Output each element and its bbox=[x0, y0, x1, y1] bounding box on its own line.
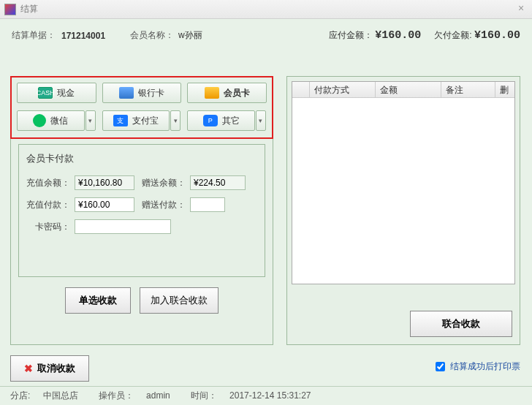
gift-pay-label: 赠送付款： bbox=[139, 199, 186, 211]
pay-other-button[interactable]: P 其它 bbox=[187, 110, 255, 131]
wechat-icon bbox=[33, 114, 46, 127]
alipay-dropdown[interactable] bbox=[170, 110, 180, 131]
grid-col-blank bbox=[292, 82, 310, 97]
pay-alipay-button[interactable]: 支 支付宝 bbox=[102, 110, 170, 131]
card-pwd-field[interactable] bbox=[75, 219, 171, 234]
store-label: 分店: bbox=[10, 390, 30, 401]
cash-icon: CASH bbox=[38, 87, 53, 99]
statusbar: 分店: 中国总店 操作员： admin 时间： 2017-12-14 15:31… bbox=[0, 386, 532, 405]
other-dropdown[interactable] bbox=[256, 110, 266, 131]
recharge-balance-label: 充值余额： bbox=[26, 177, 70, 189]
pay-bank-button[interactable]: 银行卡 bbox=[102, 83, 182, 103]
pay-wechat-label: 微信 bbox=[50, 115, 68, 127]
member-name: w孙丽 bbox=[178, 29, 202, 42]
owed-label: 欠付金额: bbox=[434, 30, 471, 40]
gift-pay-field[interactable] bbox=[190, 197, 225, 212]
grid-header: 付款方式 金额 备注 删 bbox=[292, 82, 514, 98]
time-value: 2017-12-14 15:31:27 bbox=[229, 390, 311, 401]
titlebar: 结算 × bbox=[0, 0, 532, 19]
member-pay-form: 会员卡付款 充值余额： 赠送余额： 充值付款： 赠送付款： 卡密码： bbox=[18, 144, 265, 277]
bank-icon bbox=[119, 87, 134, 99]
pay-cash-label: 现金 bbox=[57, 87, 75, 99]
combine-collect-button[interactable]: 联合收款 bbox=[410, 311, 512, 337]
gift-balance-field bbox=[190, 175, 246, 190]
print-checkbox-input[interactable] bbox=[436, 362, 445, 371]
gift-balance-label: 赠送余额： bbox=[139, 177, 186, 189]
print-label: 结算成功后打印票 bbox=[450, 360, 520, 373]
recharge-pay-field[interactable] bbox=[75, 197, 134, 212]
operator-label: 操作员： bbox=[99, 390, 134, 401]
cancel-label: 取消收款 bbox=[37, 362, 75, 375]
pay-member-label: 会员卡 bbox=[224, 87, 250, 99]
header: 结算单据： 171214001 会员名称： w孙丽 应付金额： ¥160.00 … bbox=[0, 19, 532, 49]
wechat-dropdown[interactable] bbox=[86, 110, 96, 131]
store-value: 中国总店 bbox=[43, 390, 78, 401]
app-icon bbox=[4, 4, 16, 15]
due-amount: ¥160.00 bbox=[375, 29, 421, 42]
payments-grid[interactable]: 付款方式 金额 备注 删 bbox=[292, 81, 515, 284]
window-title: 结算 bbox=[20, 3, 38, 15]
print-after-checkbox[interactable]: 结算成功后打印票 bbox=[433, 360, 520, 374]
grid-col-amount: 金额 bbox=[376, 82, 441, 97]
grid-col-delete: 删 bbox=[495, 82, 514, 97]
recharge-balance-field bbox=[75, 175, 134, 190]
pay-wechat-button[interactable]: 微信 bbox=[17, 110, 85, 131]
pay-cash-button[interactable]: CASH 现金 bbox=[17, 83, 96, 103]
owed-amount: ¥160.00 bbox=[474, 29, 520, 42]
pay-alipay-label: 支付宝 bbox=[132, 115, 159, 127]
single-collect-button[interactable]: 单选收款 bbox=[65, 287, 131, 314]
cancel-icon: ✖ bbox=[24, 363, 33, 374]
form-title: 会员卡付款 bbox=[26, 152, 257, 165]
order-label: 结算单据： bbox=[12, 29, 56, 42]
close-icon[interactable]: × bbox=[514, 3, 528, 15]
pay-member-button[interactable]: 会员卡 bbox=[187, 83, 267, 103]
other-icon: P bbox=[203, 115, 218, 126]
recharge-pay-label: 充值付款： bbox=[26, 199, 70, 211]
alipay-icon: 支 bbox=[113, 115, 128, 126]
member-label: 会员名称： bbox=[130, 29, 174, 42]
time-label: 时间： bbox=[191, 390, 217, 401]
pay-other-label: 其它 bbox=[222, 115, 240, 127]
right-panel: 付款方式 金额 备注 删 联合收款 bbox=[286, 76, 520, 345]
card-pwd-label: 卡密码： bbox=[26, 221, 70, 233]
cancel-collect-button[interactable]: ✖ 取消收款 bbox=[10, 355, 89, 382]
grid-col-method: 付款方式 bbox=[310, 82, 376, 97]
pay-bank-label: 银行卡 bbox=[138, 87, 164, 99]
join-combine-button[interactable]: 加入联合收款 bbox=[140, 287, 218, 314]
operator-value: admin bbox=[146, 390, 170, 401]
left-panel: CASH 现金 银行卡 会员卡 微信 支 支付宝 P bbox=[10, 76, 273, 345]
grid-col-remark: 备注 bbox=[441, 82, 495, 97]
due-label: 应付金额： bbox=[329, 30, 373, 40]
order-no: 171214001 bbox=[61, 31, 105, 41]
member-icon bbox=[205, 87, 219, 99]
